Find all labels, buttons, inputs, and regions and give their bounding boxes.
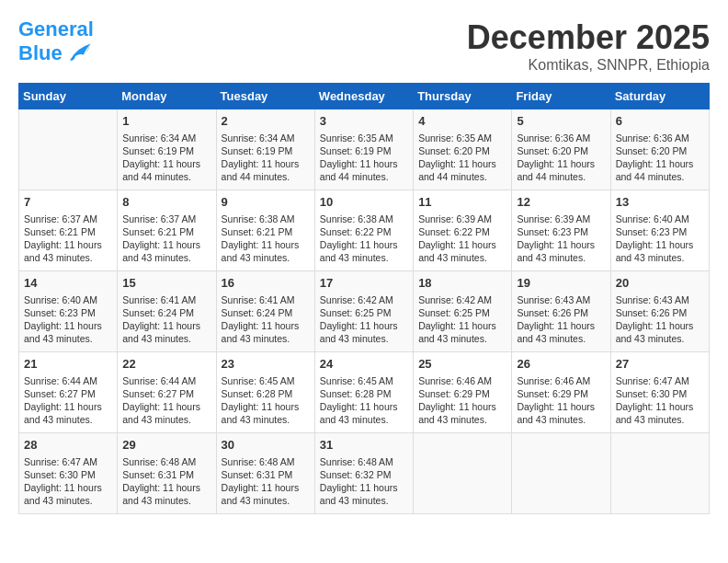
day-info: Sunrise: 6:45 AM Sunset: 6:28 PM Dayligh… (320, 374, 408, 427)
day-info: Sunrise: 6:39 AM Sunset: 6:23 PM Dayligh… (517, 213, 605, 265)
day-number: 15 (122, 275, 210, 292)
day-info: Sunrise: 6:48 AM Sunset: 6:31 PM Dayligh… (222, 455, 310, 508)
day-number: 21 (24, 356, 112, 373)
calendar-header-row: SundayMondayTuesdayWednesdayThursdayFrid… (19, 84, 710, 109)
day-number: 13 (616, 194, 704, 211)
day-info: Sunrise: 6:48 AM Sunset: 6:32 PM Dayligh… (320, 455, 408, 508)
header-saturday: Saturday (610, 84, 709, 109)
calendar-cell: 22Sunrise: 6:44 AM Sunset: 6:27 PM Dayli… (118, 352, 216, 433)
day-info: Sunrise: 6:39 AM Sunset: 6:22 PM Dayligh… (418, 213, 506, 265)
day-number: 22 (122, 356, 210, 373)
day-info: Sunrise: 6:42 AM Sunset: 6:25 PM Dayligh… (418, 293, 506, 346)
day-info: Sunrise: 6:38 AM Sunset: 6:22 PM Dayligh… (320, 213, 408, 265)
day-info: Sunrise: 6:46 AM Sunset: 6:29 PM Dayligh… (418, 374, 506, 427)
day-info: Sunrise: 6:37 AM Sunset: 6:21 PM Dayligh… (122, 213, 210, 265)
calendar-cell (512, 433, 610, 514)
calendar-cell: 12Sunrise: 6:39 AM Sunset: 6:23 PM Dayli… (512, 190, 610, 271)
calendar-cell: 1Sunrise: 6:34 AM Sunset: 6:19 PM Daylig… (118, 109, 216, 190)
day-number: 23 (222, 356, 310, 373)
day-number: 1 (122, 113, 210, 130)
day-number: 6 (616, 113, 704, 130)
day-number: 10 (320, 194, 408, 211)
day-number: 27 (616, 356, 704, 373)
calendar-cell: 9Sunrise: 6:38 AM Sunset: 6:21 PM Daylig… (216, 190, 314, 271)
day-number: 17 (320, 275, 408, 292)
logo-text-blue: Blue (18, 42, 63, 64)
day-number: 25 (418, 356, 506, 373)
calendar-cell: 25Sunrise: 6:46 AM Sunset: 6:29 PM Dayli… (414, 352, 512, 433)
day-number: 18 (418, 275, 506, 292)
calendar-cell: 26Sunrise: 6:46 AM Sunset: 6:29 PM Dayli… (512, 352, 610, 433)
week-row-5: 28Sunrise: 6:47 AM Sunset: 6:30 PM Dayli… (19, 433, 710, 514)
week-row-3: 14Sunrise: 6:40 AM Sunset: 6:23 PM Dayli… (19, 271, 710, 352)
day-number: 2 (222, 113, 310, 130)
day-info: Sunrise: 6:45 AM Sunset: 6:28 PM Dayligh… (222, 374, 310, 427)
day-number: 12 (517, 194, 605, 211)
calendar-cell: 11Sunrise: 6:39 AM Sunset: 6:22 PM Dayli… (414, 190, 512, 271)
calendar-cell: 7Sunrise: 6:37 AM Sunset: 6:21 PM Daylig… (19, 190, 118, 271)
calendar-cell: 13Sunrise: 6:40 AM Sunset: 6:23 PM Dayli… (610, 190, 709, 271)
day-number: 26 (517, 356, 605, 373)
logo-bird-icon (64, 40, 92, 66)
day-info: Sunrise: 6:42 AM Sunset: 6:25 PM Dayligh… (320, 293, 408, 346)
title-block: December 2025 Komtikas, SNNPR, Ethiopia (467, 18, 710, 74)
day-number: 31 (320, 437, 408, 454)
calendar-cell: 21Sunrise: 6:44 AM Sunset: 6:27 PM Dayli… (19, 352, 118, 433)
calendar-cell: 4Sunrise: 6:35 AM Sunset: 6:20 PM Daylig… (414, 109, 512, 190)
calendar-cell: 8Sunrise: 6:37 AM Sunset: 6:21 PM Daylig… (118, 190, 216, 271)
calendar-cell: 30Sunrise: 6:48 AM Sunset: 6:31 PM Dayli… (216, 433, 314, 514)
day-info: Sunrise: 6:44 AM Sunset: 6:27 PM Dayligh… (24, 374, 112, 427)
week-row-4: 21Sunrise: 6:44 AM Sunset: 6:27 PM Dayli… (19, 352, 710, 433)
day-info: Sunrise: 6:48 AM Sunset: 6:31 PM Dayligh… (122, 455, 210, 508)
calendar-table: SundayMondayTuesdayWednesdayThursdayFrid… (18, 83, 710, 514)
day-number: 5 (517, 113, 605, 130)
header-wednesday: Wednesday (314, 84, 413, 109)
day-number: 24 (320, 356, 408, 373)
calendar-cell: 14Sunrise: 6:40 AM Sunset: 6:23 PM Dayli… (19, 271, 118, 352)
day-info: Sunrise: 6:36 AM Sunset: 6:20 PM Dayligh… (517, 132, 605, 184)
day-number: 20 (616, 275, 704, 292)
calendar-cell: 5Sunrise: 6:36 AM Sunset: 6:20 PM Daylig… (512, 109, 610, 190)
day-info: Sunrise: 6:41 AM Sunset: 6:24 PM Dayligh… (222, 293, 310, 346)
day-info: Sunrise: 6:36 AM Sunset: 6:20 PM Dayligh… (616, 132, 704, 184)
day-number: 19 (517, 275, 605, 292)
calendar-cell (610, 433, 709, 514)
week-row-1: 1Sunrise: 6:34 AM Sunset: 6:19 PM Daylig… (19, 109, 710, 190)
day-info: Sunrise: 6:44 AM Sunset: 6:27 PM Dayligh… (122, 374, 210, 427)
day-number: 11 (418, 194, 506, 211)
calendar-cell: 17Sunrise: 6:42 AM Sunset: 6:25 PM Dayli… (314, 271, 413, 352)
day-info: Sunrise: 6:38 AM Sunset: 6:21 PM Dayligh… (222, 213, 310, 265)
calendar-cell: 18Sunrise: 6:42 AM Sunset: 6:25 PM Dayli… (414, 271, 512, 352)
calendar-cell: 6Sunrise: 6:36 AM Sunset: 6:20 PM Daylig… (610, 109, 709, 190)
calendar-cell: 27Sunrise: 6:47 AM Sunset: 6:30 PM Dayli… (610, 352, 709, 433)
day-info: Sunrise: 6:34 AM Sunset: 6:19 PM Dayligh… (122, 132, 210, 184)
header-tuesday: Tuesday (216, 84, 314, 109)
day-number: 30 (222, 437, 310, 454)
calendar-cell (414, 433, 512, 514)
day-number: 4 (418, 113, 506, 130)
header-monday: Monday (118, 84, 216, 109)
logo-text: General (18, 18, 94, 40)
calendar-cell: 23Sunrise: 6:45 AM Sunset: 6:28 PM Dayli… (216, 352, 314, 433)
calendar-cell: 10Sunrise: 6:38 AM Sunset: 6:22 PM Dayli… (314, 190, 413, 271)
week-row-2: 7Sunrise: 6:37 AM Sunset: 6:21 PM Daylig… (19, 190, 710, 271)
day-info: Sunrise: 6:35 AM Sunset: 6:20 PM Dayligh… (418, 132, 506, 184)
day-info: Sunrise: 6:43 AM Sunset: 6:26 PM Dayligh… (517, 293, 605, 346)
calendar-cell (19, 109, 118, 190)
day-info: Sunrise: 6:35 AM Sunset: 6:19 PM Dayligh… (320, 132, 408, 184)
calendar-cell: 31Sunrise: 6:48 AM Sunset: 6:32 PM Dayli… (314, 433, 413, 514)
day-number: 29 (122, 437, 210, 454)
calendar-cell: 20Sunrise: 6:43 AM Sunset: 6:26 PM Dayli… (610, 271, 709, 352)
day-info: Sunrise: 6:34 AM Sunset: 6:19 PM Dayligh… (222, 132, 310, 184)
logo: General Blue (18, 18, 94, 66)
calendar-cell: 15Sunrise: 6:41 AM Sunset: 6:24 PM Dayli… (118, 271, 216, 352)
calendar-cell: 29Sunrise: 6:48 AM Sunset: 6:31 PM Dayli… (118, 433, 216, 514)
day-number: 8 (122, 194, 210, 211)
day-info: Sunrise: 6:40 AM Sunset: 6:23 PM Dayligh… (616, 213, 704, 265)
day-info: Sunrise: 6:43 AM Sunset: 6:26 PM Dayligh… (616, 293, 704, 346)
day-info: Sunrise: 6:46 AM Sunset: 6:29 PM Dayligh… (517, 374, 605, 427)
calendar-cell: 24Sunrise: 6:45 AM Sunset: 6:28 PM Dayli… (314, 352, 413, 433)
header-sunday: Sunday (19, 84, 118, 109)
day-number: 16 (222, 275, 310, 292)
day-number: 14 (24, 275, 112, 292)
